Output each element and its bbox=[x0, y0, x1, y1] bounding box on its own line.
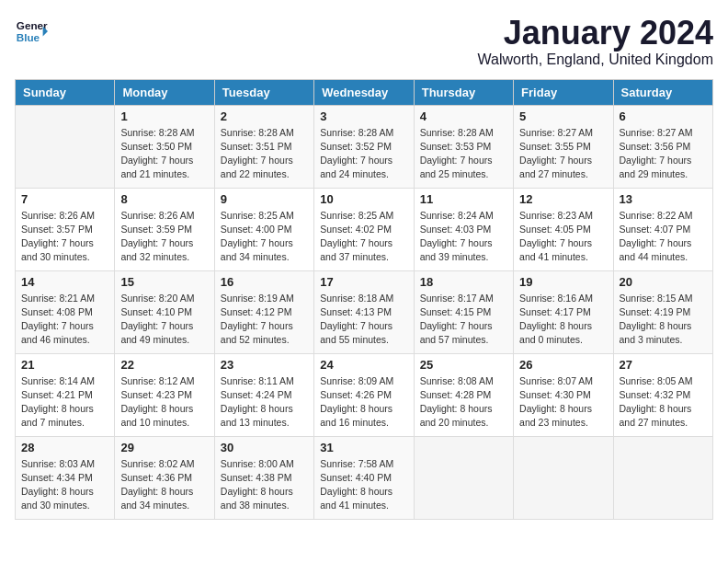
day-info: Sunrise: 8:15 AMSunset: 4:19 PMDaylight:… bbox=[620, 292, 707, 348]
calendar-cell: 17Sunrise: 8:18 AMSunset: 4:13 PMDayligh… bbox=[314, 270, 414, 353]
day-number: 10 bbox=[320, 192, 407, 206]
day-info: Sunrise: 8:18 AMSunset: 4:13 PMDaylight:… bbox=[320, 292, 407, 348]
calendar-cell: 4Sunrise: 8:28 AMSunset: 3:53 PMDaylight… bbox=[414, 105, 513, 188]
day-number: 16 bbox=[221, 275, 308, 289]
calendar-cell bbox=[514, 436, 613, 519]
header-saturday: Saturday bbox=[613, 79, 712, 105]
day-number: 18 bbox=[420, 275, 507, 289]
day-number: 4 bbox=[420, 109, 507, 123]
header-thursday: Thursday bbox=[414, 79, 513, 105]
calendar-cell bbox=[414, 436, 513, 519]
page-header: General Blue January 2024 Walworth, Engl… bbox=[15, 15, 713, 68]
header-wednesday: Wednesday bbox=[314, 79, 414, 105]
week-row-2: 7Sunrise: 8:26 AMSunset: 3:57 PMDaylight… bbox=[16, 188, 713, 270]
calendar-cell: 3Sunrise: 8:28 AMSunset: 3:52 PMDaylight… bbox=[314, 105, 414, 188]
calendar-cell: 1Sunrise: 8:28 AMSunset: 3:50 PMDaylight… bbox=[115, 105, 214, 188]
calendar-cell bbox=[16, 105, 115, 188]
day-number: 12 bbox=[519, 192, 607, 206]
calendar-header-row: SundayMondayTuesdayWednesdayThursdayFrid… bbox=[16, 79, 713, 105]
day-number: 30 bbox=[221, 441, 308, 454]
logo: General Blue bbox=[15, 15, 48, 48]
calendar-cell: 11Sunrise: 8:24 AMSunset: 4:03 PMDayligh… bbox=[414, 188, 513, 270]
header-monday: Monday bbox=[115, 79, 214, 105]
calendar-cell: 29Sunrise: 8:02 AMSunset: 4:36 PMDayligh… bbox=[115, 436, 214, 519]
calendar-cell: 5Sunrise: 8:27 AMSunset: 3:55 PMDaylight… bbox=[514, 105, 613, 188]
calendar-cell: 20Sunrise: 8:15 AMSunset: 4:19 PMDayligh… bbox=[613, 270, 712, 353]
day-number: 7 bbox=[21, 192, 108, 206]
month-title: January 2024 bbox=[478, 15, 713, 52]
day-number: 23 bbox=[221, 358, 308, 372]
location-title: Walworth, England, United Kingdom bbox=[478, 52, 713, 68]
day-number: 1 bbox=[120, 109, 208, 123]
day-number: 19 bbox=[519, 275, 607, 289]
day-info: Sunrise: 8:26 AMSunset: 3:57 PMDaylight:… bbox=[21, 209, 108, 265]
day-number: 13 bbox=[620, 192, 707, 206]
calendar-cell: 9Sunrise: 8:25 AMSunset: 4:00 PMDaylight… bbox=[214, 188, 313, 270]
day-number: 14 bbox=[21, 275, 108, 289]
day-info: Sunrise: 8:05 AMSunset: 4:32 PMDaylight:… bbox=[620, 374, 707, 431]
calendar-cell: 14Sunrise: 8:21 AMSunset: 4:08 PMDayligh… bbox=[16, 270, 115, 353]
week-row-3: 14Sunrise: 8:21 AMSunset: 4:08 PMDayligh… bbox=[16, 270, 713, 353]
day-number: 20 bbox=[620, 275, 707, 289]
calendar-cell: 8Sunrise: 8:26 AMSunset: 3:59 PMDaylight… bbox=[115, 188, 214, 270]
calendar-cell: 30Sunrise: 8:00 AMSunset: 4:38 PMDayligh… bbox=[214, 436, 313, 519]
calendar-cell: 25Sunrise: 8:08 AMSunset: 4:28 PMDayligh… bbox=[414, 353, 513, 436]
logo-icon: General Blue bbox=[15, 15, 48, 48]
day-info: Sunrise: 8:00 AMSunset: 4:38 PMDaylight:… bbox=[221, 457, 308, 513]
day-info: Sunrise: 8:22 AMSunset: 4:07 PMDaylight:… bbox=[620, 209, 707, 265]
day-info: Sunrise: 8:11 AMSunset: 4:24 PMDaylight:… bbox=[221, 374, 308, 431]
day-number: 11 bbox=[420, 192, 507, 206]
day-number: 9 bbox=[221, 192, 308, 206]
day-number: 2 bbox=[221, 109, 308, 123]
calendar-cell: 15Sunrise: 8:20 AMSunset: 4:10 PMDayligh… bbox=[115, 270, 214, 353]
day-info: Sunrise: 8:19 AMSunset: 4:12 PMDaylight:… bbox=[221, 292, 308, 348]
calendar-cell: 28Sunrise: 8:03 AMSunset: 4:34 PMDayligh… bbox=[16, 436, 115, 519]
calendar-cell: 27Sunrise: 8:05 AMSunset: 4:32 PMDayligh… bbox=[613, 353, 712, 436]
svg-text:Blue: Blue bbox=[17, 31, 40, 43]
day-info: Sunrise: 8:26 AMSunset: 3:59 PMDaylight:… bbox=[120, 209, 208, 265]
calendar-table: SundayMondayTuesdayWednesdayThursdayFrid… bbox=[15, 79, 713, 520]
calendar-cell: 23Sunrise: 8:11 AMSunset: 4:24 PMDayligh… bbox=[214, 353, 313, 436]
day-number: 3 bbox=[320, 109, 407, 123]
week-row-5: 28Sunrise: 8:03 AMSunset: 4:34 PMDayligh… bbox=[16, 436, 713, 519]
day-number: 21 bbox=[21, 358, 108, 372]
day-info: Sunrise: 8:08 AMSunset: 4:28 PMDaylight:… bbox=[420, 374, 507, 431]
day-info: Sunrise: 8:28 AMSunset: 3:51 PMDaylight:… bbox=[221, 126, 308, 182]
day-info: Sunrise: 8:27 AMSunset: 3:56 PMDaylight:… bbox=[620, 126, 707, 182]
day-info: Sunrise: 8:16 AMSunset: 4:17 PMDaylight:… bbox=[519, 292, 607, 348]
title-area: January 2024 Walworth, England, United K… bbox=[478, 15, 713, 68]
day-info: Sunrise: 8:12 AMSunset: 4:23 PMDaylight:… bbox=[120, 374, 208, 431]
day-info: Sunrise: 8:27 AMSunset: 3:55 PMDaylight:… bbox=[519, 126, 607, 182]
day-info: Sunrise: 8:28 AMSunset: 3:52 PMDaylight:… bbox=[320, 126, 407, 182]
day-number: 27 bbox=[620, 358, 707, 372]
day-number: 25 bbox=[420, 358, 507, 372]
day-number: 15 bbox=[120, 275, 208, 289]
day-info: Sunrise: 8:09 AMSunset: 4:26 PMDaylight:… bbox=[320, 374, 407, 431]
calendar-cell: 24Sunrise: 8:09 AMSunset: 4:26 PMDayligh… bbox=[314, 353, 414, 436]
day-info: Sunrise: 8:02 AMSunset: 4:36 PMDaylight:… bbox=[120, 457, 208, 513]
calendar-cell: 2Sunrise: 8:28 AMSunset: 3:51 PMDaylight… bbox=[214, 105, 313, 188]
day-info: Sunrise: 8:20 AMSunset: 4:10 PMDaylight:… bbox=[120, 292, 208, 348]
day-info: Sunrise: 8:21 AMSunset: 4:08 PMDaylight:… bbox=[21, 292, 108, 348]
day-number: 24 bbox=[320, 358, 407, 372]
day-number: 8 bbox=[120, 192, 208, 206]
calendar-cell: 26Sunrise: 8:07 AMSunset: 4:30 PMDayligh… bbox=[514, 353, 613, 436]
day-number: 6 bbox=[620, 109, 707, 123]
day-info: Sunrise: 8:24 AMSunset: 4:03 PMDaylight:… bbox=[420, 209, 507, 265]
day-info: Sunrise: 8:03 AMSunset: 4:34 PMDaylight:… bbox=[21, 457, 108, 513]
header-sunday: Sunday bbox=[16, 79, 115, 105]
day-number: 29 bbox=[120, 441, 208, 454]
calendar-cell: 7Sunrise: 8:26 AMSunset: 3:57 PMDaylight… bbox=[16, 188, 115, 270]
header-friday: Friday bbox=[514, 79, 613, 105]
calendar-cell: 13Sunrise: 8:22 AMSunset: 4:07 PMDayligh… bbox=[613, 188, 712, 270]
calendar-cell: 19Sunrise: 8:16 AMSunset: 4:17 PMDayligh… bbox=[514, 270, 613, 353]
day-number: 28 bbox=[21, 441, 108, 454]
week-row-4: 21Sunrise: 8:14 AMSunset: 4:21 PMDayligh… bbox=[16, 353, 713, 436]
calendar-cell: 18Sunrise: 8:17 AMSunset: 4:15 PMDayligh… bbox=[414, 270, 513, 353]
day-info: Sunrise: 8:28 AMSunset: 3:50 PMDaylight:… bbox=[120, 126, 208, 182]
calendar-cell: 31Sunrise: 7:58 AMSunset: 4:40 PMDayligh… bbox=[314, 436, 414, 519]
day-number: 22 bbox=[120, 358, 208, 372]
header-tuesday: Tuesday bbox=[214, 79, 313, 105]
day-info: Sunrise: 8:25 AMSunset: 4:02 PMDaylight:… bbox=[320, 209, 407, 265]
day-number: 26 bbox=[519, 358, 607, 372]
